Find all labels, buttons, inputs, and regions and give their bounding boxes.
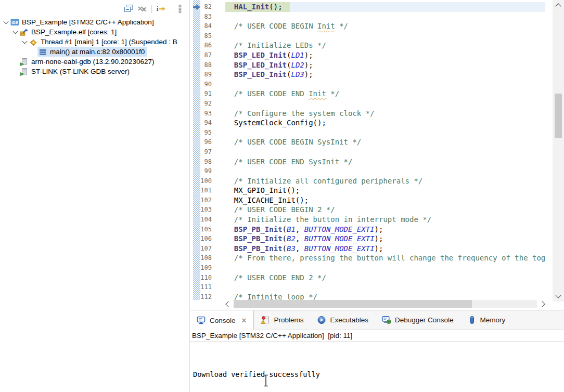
- code-line[interactable]: SystemClock_Config();: [225, 118, 545, 128]
- line-number[interactable]: 82: [200, 2, 225, 12]
- remove-all-terminated-icon[interactable]: [137, 4, 148, 14]
- line-number[interactable]: 92: [200, 99, 225, 109]
- code-line-current[interactable]: HAL_Init();: [225, 2, 545, 12]
- line-number[interactable]: 86: [200, 41, 225, 50]
- console-output[interactable]: Download verified successfully: [190, 342, 564, 392]
- scroll-down-icon[interactable]: [555, 292, 561, 298]
- code-line[interactable]: /* USER CODE END Init */: [225, 89, 545, 99]
- chevron-down-icon[interactable]: [11, 31, 19, 33]
- chevron-down-icon[interactable]: [21, 41, 28, 43]
- code-line[interactable]: [225, 99, 545, 109]
- code-line[interactable]: /* USER CODE END SysInit */: [225, 157, 545, 167]
- code-line[interactable]: /* USER CODE BEGIN Init */: [225, 21, 545, 31]
- code-line[interactable]: BSP_PB_Init(B3, BUTTON_MODE_EXTI);: [225, 244, 545, 254]
- line-number[interactable]: 87: [200, 50, 225, 60]
- scroll-left-icon[interactable]: [225, 301, 231, 307]
- line-number[interactable]: 96: [200, 137, 225, 147]
- code-line[interactable]: /* Initialize all configured peripherals…: [225, 176, 545, 186]
- collapse-all-icon[interactable]: [123, 4, 134, 14]
- vertical-scrollbar[interactable]: [553, 0, 564, 302]
- line-number[interactable]: 104: [200, 215, 225, 225]
- line-number[interactable]: 90: [200, 80, 225, 89]
- line-number[interactable]: 107: [200, 244, 225, 254]
- line-number[interactable]: 94: [200, 118, 225, 128]
- code-line[interactable]: [225, 147, 545, 157]
- line-number[interactable]: 108: [200, 253, 225, 263]
- close-icon[interactable]: ✕: [241, 317, 247, 324]
- horizontal-scrollbar-track[interactable]: [234, 300, 537, 308]
- code-line[interactable]: /* Initialize the button in interrupt mo…: [225, 215, 545, 225]
- tab-console[interactable]: Console✕: [190, 310, 254, 330]
- code-line[interactable]: [225, 31, 545, 41]
- line-number[interactable]: 91: [200, 89, 225, 99]
- tab-executables[interactable]: Executables: [310, 310, 375, 330]
- line-number[interactable]: 98: [200, 157, 225, 167]
- code-line[interactable]: [225, 128, 545, 138]
- line-number[interactable]: 105: [200, 225, 225, 234]
- code-line[interactable]: [225, 12, 545, 22]
- debug-tree-item[interactable]: IDEBSP_Example [STM32 C/C++ Application]: [0, 17, 189, 27]
- line-number[interactable]: 89: [200, 70, 225, 80]
- code-line[interactable]: /* USER CODE BEGIN SysInit */: [225, 137, 545, 147]
- code-line[interactable]: [225, 166, 545, 176]
- line-number[interactable]: 84: [200, 21, 225, 31]
- line-number[interactable]: 100: [200, 176, 225, 186]
- debug-tree-item[interactable]: Thread #1 [main] 1 [core: 1] (Suspended …: [0, 37, 189, 47]
- line-number[interactable]: 111: [200, 282, 225, 292]
- code-line[interactable]: [225, 263, 545, 273]
- code-line[interactable]: MX_ICACHE_Init();: [225, 195, 545, 205]
- line-number-gutter[interactable]: 8283848586878889909192939495969798991001…: [200, 0, 225, 300]
- scroll-right-icon[interactable]: [539, 301, 545, 307]
- code-line[interactable]: [225, 80, 545, 89]
- code-line[interactable]: /* Initialize LEDs */: [225, 41, 545, 50]
- annotation-ruler[interactable]: [545, 0, 553, 300]
- tree-item-content[interactable]: arm-none-eabi-gdb (13.2.90.20230627): [19, 57, 157, 67]
- line-number[interactable]: 97: [200, 147, 225, 157]
- tree-item-content[interactable]: BSP_Example.elf [cores: 1]: [19, 27, 119, 37]
- code-line[interactable]: BSP_LED_Init(LD3);: [225, 70, 545, 80]
- debug-tree-item[interactable]: ST-LINK (ST-LINK GDB server): [0, 67, 189, 76]
- scroll-up-icon[interactable]: [555, 3, 561, 9]
- tree-item-content[interactable]: Thread #1 [main] 1 [core: 1] (Suspended …: [28, 37, 180, 47]
- line-number[interactable]: 101: [200, 186, 225, 195]
- code-line[interactable]: BSP_LED_Init(LD1);: [225, 50, 545, 60]
- line-number[interactable]: 99: [200, 166, 225, 176]
- debug-tree-item[interactable]: arm-none-eabi-gdb (13.2.90.20230627): [0, 57, 189, 67]
- view-menu-icon[interactable]: [175, 4, 185, 14]
- horizontal-scrollbar-thumb[interactable]: [234, 300, 472, 308]
- line-number[interactable]: 95: [200, 128, 225, 138]
- line-number[interactable]: 102: [200, 195, 225, 205]
- code-line[interactable]: BSP_PB_Init(B2, BUTTON_MODE_EXTI);: [225, 234, 545, 244]
- line-number[interactable]: 88: [200, 60, 225, 70]
- tree-item-selected[interactable]: main() at main.c:82 0x80001f0: [37, 47, 147, 57]
- code-line[interactable]: MX_GPIO_Init();: [225, 186, 545, 195]
- chevron-down-icon[interactable]: [2, 21, 9, 23]
- code-line[interactable]: /* From there, pressing the button will …: [225, 253, 545, 263]
- line-number[interactable]: 106: [200, 234, 225, 244]
- debug-tree-item[interactable]: BSP_Example.elf [cores: 1]: [0, 27, 189, 37]
- line-number[interactable]: 85: [200, 31, 225, 41]
- instruction-stepping-icon[interactable]: i: [156, 4, 166, 14]
- line-number[interactable]: 109: [200, 263, 225, 273]
- code-line[interactable]: /* USER CODE BEGIN 2 */: [225, 205, 545, 215]
- code-line[interactable]: BSP_LED_Init(LD2);: [225, 60, 545, 70]
- tab-memory[interactable]: Memory: [460, 310, 512, 330]
- code-line[interactable]: /* Configure the system clock */: [225, 109, 545, 119]
- breakpoint-ruler[interactable]: [193, 0, 200, 300]
- tree-item-content[interactable]: IDEBSP_Example [STM32 C/C++ Application]: [9, 17, 157, 27]
- tab-problems[interactable]: Problems: [254, 310, 310, 330]
- code-text-area[interactable]: HAL_Init(); /* USER CODE BEGIN Init */ /…: [225, 0, 545, 300]
- line-number[interactable]: 112: [200, 292, 225, 300]
- line-number[interactable]: 83: [200, 12, 225, 22]
- horizontal-scrollbar[interactable]: [225, 300, 545, 308]
- code-line[interactable]: /* USER CODE END 2 */: [225, 273, 545, 283]
- tab-debugger-console[interactable]: Debugger Console: [375, 310, 460, 330]
- code-line[interactable]: /* Infinite loop */: [225, 292, 545, 300]
- line-number[interactable]: 110: [200, 273, 225, 283]
- line-number[interactable]: 93: [200, 109, 225, 119]
- debug-tree-item[interactable]: main() at main.c:82 0x80001f0: [0, 47, 189, 57]
- line-number[interactable]: 103: [200, 205, 225, 215]
- code-editor[interactable]: 8283848586878889909192939495969798991001…: [190, 0, 564, 309]
- vertical-scrollbar-thumb[interactable]: [555, 94, 562, 138]
- tree-item-content[interactable]: ST-LINK (ST-LINK GDB server): [19, 67, 132, 76]
